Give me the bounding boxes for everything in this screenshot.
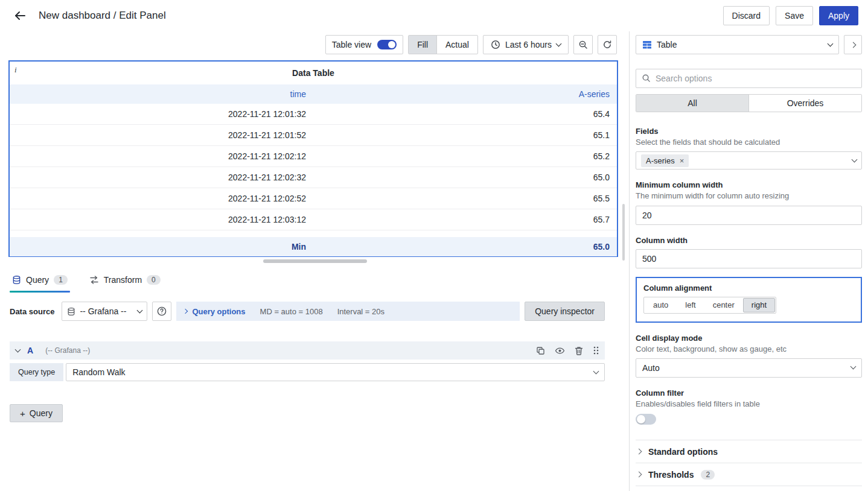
cell-value: 65.7 <box>313 209 617 230</box>
alignment-option-right[interactable]: right <box>743 298 775 312</box>
alignment-option-center[interactable]: center <box>704 298 743 312</box>
max-data-points-text: MD = auto = 1008 <box>260 307 323 316</box>
database-icon <box>67 307 75 316</box>
save-button[interactable]: Save <box>776 6 813 25</box>
question-circle-icon <box>156 306 167 317</box>
header-actions: Discard Save Apply <box>723 6 858 25</box>
time-range-picker[interactable]: Last 6 hours <box>483 35 569 54</box>
cell-time: 2022-11-21 12:01:52 <box>10 125 313 145</box>
column-header-time[interactable]: time <box>10 84 313 104</box>
add-query-button[interactable]: + Query <box>10 404 63 422</box>
back-button[interactable] <box>10 5 30 26</box>
datasource-picker[interactable]: -- Grafana -- <box>62 302 147 321</box>
chevron-down-icon <box>137 307 143 313</box>
transform-icon <box>89 276 99 284</box>
alignment-option-left[interactable]: left <box>677 298 704 312</box>
magnifier-minus-icon <box>578 40 588 49</box>
chevron-right-icon <box>183 309 188 314</box>
horizontal-scrollbar[interactable] <box>263 259 367 263</box>
min-column-width-input[interactable] <box>636 206 862 225</box>
vertical-scrollbar[interactable] <box>622 204 625 261</box>
fields-description: Select the fields that should be calcula… <box>636 138 862 147</box>
visualization-row: Table <box>636 35 862 54</box>
chevron-down-icon <box>828 40 834 46</box>
tab-overrides[interactable]: Overrides <box>748 95 861 112</box>
time-range-label: Last 6 hours <box>505 40 552 49</box>
section-label: Standard options <box>648 447 718 457</box>
query-options-toggle[interactable]: Query options MD = auto = 1008 Interval … <box>176 302 520 321</box>
cell-time: 2022-11-21 12:02:52 <box>10 188 313 209</box>
table-grid-icon <box>642 40 652 49</box>
chevron-right-icon <box>636 472 642 478</box>
discard-button[interactable]: Discard <box>723 6 770 25</box>
alignment-option-auto[interactable]: auto <box>645 298 677 312</box>
options-tabs: All Overrides <box>636 94 862 112</box>
footer-calc-value: 65.0 <box>313 237 617 256</box>
clock-icon <box>491 40 500 49</box>
query-type-select[interactable]: Random Walk <box>66 363 605 381</box>
panel-options-pane: Table All Overrides Fields Select the fi… <box>629 31 868 491</box>
collapse-chevron-icon[interactable] <box>15 346 21 352</box>
query-row-actions <box>536 346 599 355</box>
chevron-right-icon <box>636 449 642 455</box>
column-alignment-highlight: Column alignment auto left center right <box>636 277 862 323</box>
field-chip: A-series × <box>641 154 689 167</box>
cell-display-mode-select[interactable]: Auto <box>636 358 862 378</box>
section-label: Thresholds <box>648 470 694 480</box>
delete-query-button[interactable] <box>575 346 583 355</box>
fill-option[interactable]: Fill <box>409 36 436 54</box>
hide-query-button[interactable] <box>555 346 565 355</box>
remove-chip-icon[interactable]: × <box>680 156 685 165</box>
table-view-control: Table view <box>325 35 403 54</box>
visualization-picker[interactable]: Table <box>636 35 839 54</box>
min-column-width-description: The minimum width for column auto resizi… <box>636 191 862 201</box>
zoom-out-button[interactable] <box>573 35 593 54</box>
duplicate-query-button[interactable] <box>536 346 545 355</box>
chevron-down-icon <box>852 156 858 162</box>
edit-workspace: Table view Fill Actual Last 6 hours i D <box>0 31 622 491</box>
cell-time: 2022-11-21 12:01:32 <box>10 104 313 124</box>
section-value-mappings[interactable]: Value mappings <box>636 486 862 491</box>
fields-multiselect[interactable]: A-series × <box>636 151 862 169</box>
panel-toolbar: Table view Fill Actual Last 6 hours <box>325 35 617 54</box>
actual-option[interactable]: Actual <box>436 36 477 54</box>
table-view-toggle[interactable] <box>377 40 397 49</box>
column-filter-toggle[interactable] <box>636 414 656 425</box>
table-row: 2022-11-21 12:02:12 65.2 <box>10 146 617 167</box>
query-refid: A <box>27 346 33 355</box>
table-view-label: Table view <box>332 40 371 49</box>
column-width-label: Column width <box>636 236 862 245</box>
query-type-row: Query type Random Walk <box>10 363 605 381</box>
apply-button[interactable]: Apply <box>819 6 858 25</box>
datasource-label: Data source <box>10 307 54 316</box>
search-input[interactable] <box>636 69 862 88</box>
field-chip-label: A-series <box>646 156 675 165</box>
section-standard-options[interactable]: Standard options <box>636 440 862 463</box>
tab-transform[interactable]: Transform 0 <box>87 271 163 293</box>
options-accordion: Standard options Thresholds 2 Value mapp… <box>636 440 862 491</box>
panel-info-icon[interactable]: i <box>14 65 17 75</box>
drag-query-handle[interactable] <box>593 346 599 355</box>
cell-time: 2022-11-21 12:02:12 <box>10 146 313 166</box>
column-header-a-series[interactable]: A-series <box>313 84 617 104</box>
section-thresholds[interactable]: Thresholds 2 <box>636 463 862 486</box>
tab-all[interactable]: All <box>636 95 748 112</box>
fields-group: Fields Select the fields that should be … <box>636 127 862 169</box>
table-footer-row: Min 65.0 <box>10 237 617 256</box>
transform-count-badge: 0 <box>147 275 161 285</box>
cell-value: 65.1 <box>313 125 617 145</box>
interval-text: Interval = 20s <box>337 307 385 316</box>
plus-icon: + <box>20 408 25 419</box>
refresh-button[interactable] <box>598 35 617 54</box>
query-row-header[interactable]: A (-- Grafana --) <box>10 341 605 360</box>
query-type-value: Random Walk <box>72 367 125 377</box>
column-filter-label: Column filter <box>636 388 862 398</box>
cell-value: 65.2 <box>313 146 617 166</box>
query-options-label: Query options <box>192 307 245 316</box>
trash-icon <box>575 346 583 355</box>
query-inspector-button[interactable]: Query inspector <box>525 302 605 321</box>
tab-query[interactable]: Query 1 <box>10 271 70 293</box>
column-width-input[interactable] <box>636 249 862 268</box>
collapse-pane-button[interactable] <box>844 35 862 54</box>
datasource-help-button[interactable] <box>152 302 171 321</box>
